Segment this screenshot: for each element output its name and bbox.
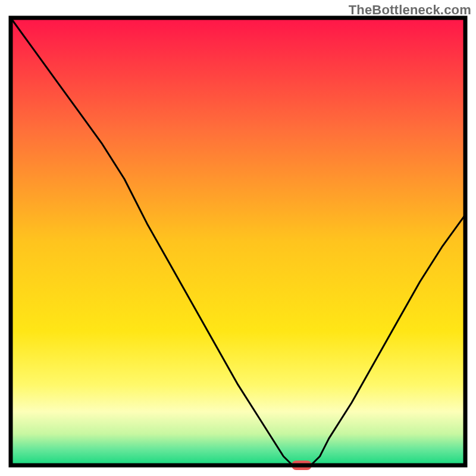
chart-canvas	[0, 0, 476, 476]
gradient-background	[11, 18, 465, 465]
watermark-label: TheBottleneck.com	[349, 2, 471, 18]
bottleneck-chart: TheBottleneck.com	[0, 0, 476, 476]
